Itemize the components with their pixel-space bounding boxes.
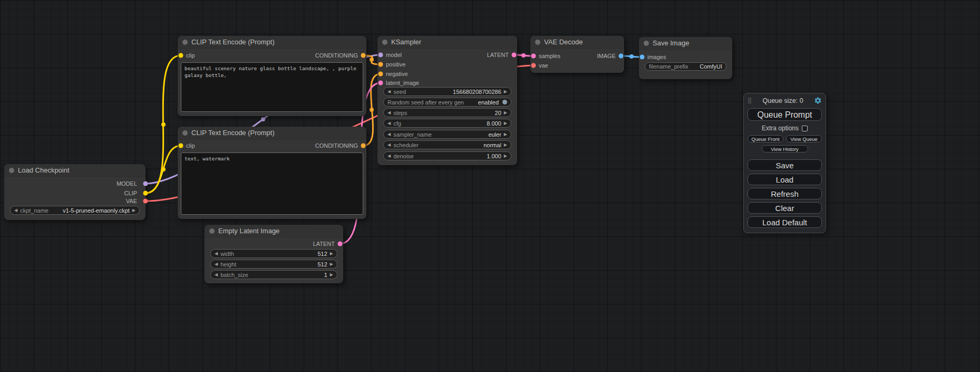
load-default-button[interactable]: Load Default (748, 216, 822, 228)
widget-value: 512 (317, 261, 327, 268)
widget-filename-prefix[interactable]: filename_prefix ComfyUI (645, 62, 726, 71)
widget-batch-size[interactable]: ◀ batch_size 1 ▶ (210, 270, 337, 279)
arrow-left-icon[interactable]: ◀ (387, 132, 391, 137)
prompt-textarea[interactable]: beautiful scenery nature glass bottle la… (181, 62, 363, 112)
queue-prompt-button[interactable]: Queue Prompt (748, 108, 822, 121)
input-label-vae: vae (539, 62, 548, 69)
collapse-dot-icon[interactable] (182, 40, 188, 45)
node-title-bar[interactable]: CLIP Text Encode (Prompt) (178, 36, 366, 49)
widget-sampler-name[interactable]: ◀ sampler_name euler ▶ (383, 130, 511, 139)
port-vae-output[interactable] (143, 199, 148, 204)
collapse-dot-icon[interactable] (209, 228, 215, 234)
port-negative-input[interactable] (379, 72, 383, 77)
widget-width[interactable]: ◀ width 512 ▶ (210, 249, 337, 258)
collapse-dot-icon[interactable] (644, 41, 649, 46)
widget-cfg[interactable]: ◀ cfg 8.000 ▶ (383, 119, 511, 128)
arrow-right-icon[interactable]: ▶ (504, 121, 507, 126)
widget-denoise[interactable]: ◀ denoise 1.000 ▶ (383, 151, 511, 160)
arrow-left-icon[interactable]: ◀ (215, 273, 218, 277)
widget-ckpt-name[interactable]: ◀ ckpt_name v1-5-pruned-emaonly.ckpt ▶ (10, 206, 140, 215)
drag-handle-icon[interactable]: ⣿ (748, 98, 752, 103)
toggle-on-dot[interactable] (502, 100, 507, 104)
port-image-output[interactable] (619, 54, 624, 59)
widget-scheduler[interactable]: ◀ scheduler normal ▶ (383, 140, 511, 149)
node-title-bar[interactable]: CLIP Text Encode (Prompt) (178, 127, 366, 139)
arrow-left-icon[interactable]: ◀ (387, 111, 391, 115)
menu-separator (748, 152, 822, 157)
node-clip-text-encode-negative[interactable]: CLIP Text Encode (Prompt) clip CONDITION… (178, 127, 366, 219)
arrow-right-icon[interactable]: ▶ (132, 208, 135, 213)
arrow-right-icon[interactable]: ▶ (330, 262, 333, 266)
input-label-negative: negative (386, 71, 408, 77)
node-vae-decode[interactable]: VAE Decode samples vae IMAGE (530, 36, 624, 73)
arrow-left-icon[interactable]: ◀ (215, 262, 218, 266)
extra-options-checkbox[interactable] (802, 126, 808, 131)
node-graph-canvas[interactable]: Load Checkpoint MODEL CLIP VAE ◀ ckpt_na… (0, 0, 980, 372)
widget-seed[interactable]: ◀ seed 156680208700286 ▶ (383, 87, 511, 96)
prompt-textarea[interactable]: text, watermark (181, 152, 363, 215)
node-title: CLIP Text Encode (Prompt) (191, 38, 275, 46)
arrow-right-icon[interactable]: ▶ (504, 132, 507, 137)
queue-menu-panel[interactable]: ⣿ Queue size: 0 Queue Prompt Extra optio… (743, 93, 826, 233)
widget-steps[interactable]: ◀ steps 20 ▶ (383, 108, 511, 117)
widget-height[interactable]: ◀ height 512 ▶ (210, 260, 337, 269)
settings-gear-icon[interactable] (814, 97, 822, 104)
arrow-right-icon[interactable]: ▶ (330, 273, 333, 277)
arrow-left-icon[interactable]: ◀ (387, 121, 391, 126)
port-conditioning-output[interactable] (361, 144, 366, 148)
arrow-left-icon[interactable]: ◀ (387, 90, 391, 94)
collapse-dot-icon[interactable] (9, 168, 14, 173)
collapse-dot-icon[interactable] (382, 40, 387, 45)
port-clip-output[interactable] (143, 191, 148, 196)
collapse-dot-icon[interactable] (182, 130, 188, 136)
node-title-bar[interactable]: Empty Latent Image (205, 225, 343, 237)
refresh-button[interactable]: Refresh (748, 188, 822, 199)
port-conditioning-output[interactable] (361, 53, 366, 58)
load-button[interactable]: Load (748, 174, 822, 185)
port-latent-image-input[interactable] (379, 81, 383, 85)
port-positive-input[interactable] (379, 62, 383, 67)
node-title-bar[interactable]: Load Checkpoint (4, 164, 145, 177)
node-load-checkpoint[interactable]: Load Checkpoint MODEL CLIP VAE ◀ ckpt_na… (4, 164, 145, 220)
input-label-latent-image: latent_image (386, 80, 419, 86)
arrow-right-icon[interactable]: ▶ (504, 90, 507, 94)
widget-name: seed (393, 89, 406, 95)
wire-clip-to-positive (145, 55, 181, 193)
arrow-left-icon[interactable]: ◀ (14, 208, 17, 213)
node-empty-latent-image[interactable]: Empty Latent Image LATENT ◀ width 512 ▶ … (205, 225, 343, 283)
node-clip-text-encode-positive[interactable]: CLIP Text Encode (Prompt) clip CONDITION… (178, 36, 366, 116)
port-clip-input[interactable] (179, 53, 183, 58)
node-save-image[interactable]: Save Image images filename_prefix ComfyU… (639, 37, 732, 79)
view-queue-button[interactable]: View Queue (786, 135, 822, 142)
port-vae-input[interactable] (531, 63, 536, 68)
widget-control-after-generate[interactable]: Random seed after every gen enabled (383, 98, 511, 107)
output-label-clip: CLIP (124, 190, 137, 196)
node-ksampler[interactable]: KSampler model positive negative latent_… (377, 36, 517, 165)
output-label-image: IMAGE (597, 53, 616, 59)
queue-front-button[interactable]: Queue Front (748, 135, 783, 142)
arrow-right-icon[interactable]: ▶ (504, 111, 507, 115)
arrow-right-icon[interactable]: ▶ (330, 252, 333, 256)
port-latent-output[interactable] (338, 242, 343, 246)
port-model-output[interactable] (143, 182, 148, 186)
node-title-bar[interactable]: Save Image (639, 37, 732, 50)
port-model-input[interactable] (379, 53, 383, 58)
widget-value: ComfyUI (700, 63, 722, 70)
collapse-dot-icon[interactable] (535, 40, 540, 45)
port-clip-input[interactable] (179, 144, 183, 148)
node-title-bar[interactable]: VAE Decode (530, 36, 624, 49)
port-latent-output[interactable] (512, 53, 517, 58)
view-history-button[interactable]: View History (762, 145, 808, 152)
arrow-right-icon[interactable]: ▶ (504, 143, 507, 147)
arrow-left-icon[interactable]: ◀ (215, 252, 218, 256)
port-samples-input[interactable] (531, 54, 536, 59)
arrow-left-icon[interactable]: ◀ (387, 143, 391, 147)
node-title-bar[interactable]: KSampler (377, 36, 517, 49)
clear-button[interactable]: Clear (748, 202, 822, 214)
node-title: Save Image (653, 39, 689, 47)
port-images-input[interactable] (640, 55, 645, 60)
arrow-right-icon[interactable]: ▶ (504, 154, 507, 158)
arrow-left-icon[interactable]: ◀ (387, 154, 391, 158)
save-button[interactable]: Save (748, 159, 822, 171)
menu-header: ⣿ Queue size: 0 (748, 96, 822, 107)
